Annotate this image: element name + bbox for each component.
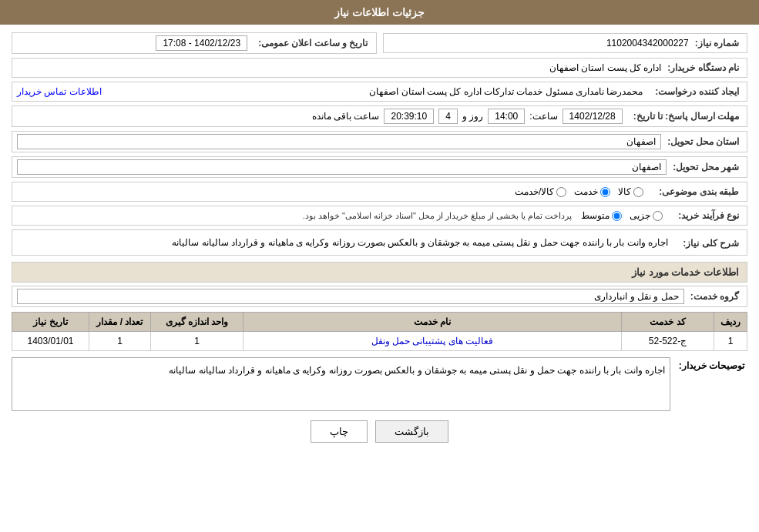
services-table: ردیف کد خدمت نام خدمت واحد اندازه گیری ت…: [12, 312, 747, 351]
buttons-row: بازگشت چاپ: [12, 420, 747, 443]
category-option-kala-khedmat-label: کالا/خدمت: [515, 186, 554, 197]
deadline-time-label: ساعت:: [529, 111, 557, 122]
deadline-time: 14:00: [488, 109, 525, 124]
cell-code: ج-522-52: [622, 332, 714, 351]
category-option-kala-label: کالا: [618, 186, 631, 197]
process-option-jozii[interactable]: جزیی: [630, 210, 663, 221]
process-label: نوع فرآیند خرید:: [672, 210, 742, 221]
cell-index: 1: [714, 332, 747, 351]
category-option-khedmat-label: خدمت: [574, 186, 598, 197]
page-title: جزئیات اطلاعات نیاز: [0, 0, 759, 25]
col-header-date: تاریخ نیاز: [12, 313, 89, 332]
deadline-days-label: روز و: [462, 111, 483, 122]
general-desc-label: شرح کلی نیاز:: [673, 235, 742, 249]
col-header-qty: تعداد / مقدار: [89, 313, 151, 332]
cell-unit: 1: [151, 332, 243, 351]
category-label: طبقه بندی موضوعی:: [653, 186, 742, 197]
creator-contact-link[interactable]: اطلاعات تماس خریدار: [17, 86, 102, 97]
delivery-city-label: شهر محل تحویل:: [667, 162, 742, 172]
col-header-unit: واحد اندازه گیری: [151, 313, 243, 332]
date-announce-value: 1402/12/23 - 17:08: [156, 35, 247, 51]
col-header-name: نام خدمت: [243, 313, 622, 332]
cell-date: 1403/01/01: [12, 332, 89, 351]
delivery-city-value: اصفهان: [17, 159, 667, 175]
process-option-motaset[interactable]: متوسط: [581, 210, 622, 221]
buyer-org-value: اداره کل پست استان اصفهان: [17, 62, 661, 73]
delivery-province-label: استان محل تحویل:: [661, 136, 742, 147]
buyer-org-label: نام دستگاه خریدار:: [661, 62, 742, 73]
category-option-kala-khedmat[interactable]: کالا/خدمت: [515, 186, 566, 197]
col-header-index: ردیف: [714, 313, 747, 332]
general-desc-value: اجاره وانت بار با راننده جهت حمل و نقل پ…: [17, 235, 673, 250]
category-option-kala[interactable]: کالا: [618, 186, 643, 197]
deadline-remaining: 20:39:10: [384, 109, 434, 124]
process-option-motaset-label: متوسط: [581, 210, 610, 221]
process-note: پرداخت تمام یا بخشی از مبلغ خریدار از مح…: [17, 211, 572, 221]
category-radio-group: کالا/خدمت خدمت کالا: [515, 186, 643, 197]
buyer-desc-row: توصیحات خریدار: اجاره وانت بار با راننده…: [12, 357, 747, 411]
creator-label: ایجاد کننده درخواست:: [649, 86, 742, 97]
service-group-label: گروه خدمت:: [684, 291, 742, 302]
back-button[interactable]: بازگشت: [375, 420, 448, 443]
col-header-code: کد خدمت: [622, 313, 714, 332]
service-group-value: حمل و نقل و انبارداری: [17, 289, 684, 304]
deadline-label: مهلت ارسال پاسخ: تا تاریخ:: [627, 111, 742, 122]
buyer-desc-label: توصیحات خریدار:: [670, 357, 747, 371]
creator-value: محمدرضا نامداری مسئول خدمات تدارکات ادار…: [108, 86, 643, 97]
deadline-days: 4: [438, 109, 458, 124]
process-option-jozii-label: جزیی: [630, 210, 650, 221]
print-button[interactable]: چاپ: [311, 420, 368, 443]
deadline-remaining-label: ساعت باقی مانده: [312, 111, 380, 122]
need-number-value: 1102004342000227: [388, 38, 689, 49]
need-number-label: شماره نیاز:: [689, 38, 742, 49]
cell-name: فعالیت های پشتیبانی حمل ونقل: [243, 332, 622, 351]
cell-qty: 1: [89, 332, 151, 351]
category-option-khedmat[interactable]: خدمت: [574, 186, 610, 197]
table-row: 1ج-522-52فعالیت های پشتیبانی حمل ونقل111…: [12, 332, 747, 351]
deadline-date: 1402/12/28: [563, 109, 623, 124]
delivery-province-value: اصفهان: [17, 134, 661, 149]
services-info-title: اطلاعات خدمات مورد نیاز: [12, 262, 747, 283]
buyer-desc-value: اجاره وانت بار با راننده جهت حمل و نقل پ…: [12, 357, 670, 411]
process-radio-group: متوسط جزیی: [581, 210, 663, 221]
date-announce-label: تاریخ و ساعت اعلان عمومی:: [252, 38, 371, 49]
